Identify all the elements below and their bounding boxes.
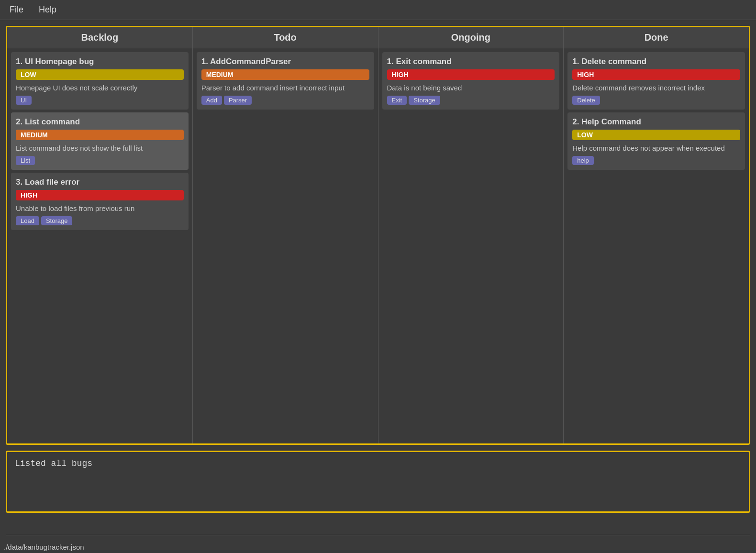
card-tags-ongoing-1: ExitStorage [387, 96, 555, 105]
card-ongoing-1[interactable]: 1. Exit commandHIGHData is not being sav… [382, 52, 560, 110]
command-input[interactable] [6, 520, 750, 533]
card-title-backlog-3: 3. Load file error [16, 177, 184, 187]
column-todo: Todo1. AddCommandParserMEDIUMParser to a… [193, 27, 378, 443]
column-done: Done1. Delete commandHIGHDelete command … [564, 27, 749, 443]
card-title-ongoing-1: 1. Exit command [387, 57, 555, 66]
priority-badge-done-1: HIGH [572, 69, 740, 80]
card-todo-1[interactable]: 1. AddCommandParserMEDIUMParser to add c… [197, 52, 374, 110]
tag-list: List [16, 156, 35, 165]
tag-add: Add [201, 96, 222, 105]
column-body-done: 1. Delete commandHIGHDelete command remo… [564, 48, 749, 443]
status-bar: ./data/kanbugtracker.json [0, 541, 756, 553]
card-tags-backlog-1: UI [16, 96, 184, 105]
card-title-todo-1: 1. AddCommandParser [201, 57, 369, 66]
column-header-todo: Todo [193, 27, 378, 48]
priority-badge-backlog-3: HIGH [16, 190, 184, 200]
menu-bar: FileHelp [0, 0, 756, 20]
card-done-1[interactable]: 1. Delete commandHIGHDelete command remo… [567, 52, 745, 110]
card-description-ongoing-1: Data is not being saved [387, 83, 555, 93]
tag-ui: UI [16, 96, 32, 105]
priority-badge-todo-1: MEDIUM [201, 69, 369, 80]
card-description-backlog-1: Homepage UI does not scale correctly [16, 83, 184, 93]
tag-help: help [572, 156, 594, 165]
column-backlog: Backlog1. UI Homepage bugLOWHomepage UI … [7, 27, 193, 443]
card-title-done-2: 2. Help Command [572, 117, 740, 127]
kanban-board: Backlog1. UI Homepage bugLOWHomepage UI … [6, 26, 750, 445]
card-title-backlog-2: 2. List command [16, 117, 184, 127]
card-tags-backlog-3: LoadStorage [16, 216, 184, 225]
card-description-backlog-3: Unable to load files from previous run [16, 203, 184, 213]
column-header-backlog: Backlog [7, 27, 192, 48]
card-title-done-1: 1. Delete command [572, 57, 740, 66]
tag-exit: Exit [387, 96, 407, 105]
column-body-todo: 1. AddCommandParserMEDIUMParser to add c… [193, 48, 378, 443]
input-area [6, 519, 750, 535]
main-content: Backlog1. UI Homepage bugLOWHomepage UI … [0, 20, 756, 541]
tag-storage: Storage [41, 216, 73, 225]
kanban-columns: Backlog1. UI Homepage bugLOWHomepage UI … [7, 27, 749, 443]
column-header-ongoing: Ongoing [378, 27, 564, 48]
priority-badge-backlog-2: MEDIUM [16, 130, 184, 140]
output-area: Listed all bugs [6, 451, 750, 513]
tag-storage: Storage [409, 96, 440, 105]
priority-badge-backlog-1: LOW [16, 69, 184, 80]
priority-badge-ongoing-1: HIGH [387, 69, 555, 80]
card-title-backlog-1: 1. UI Homepage bug [16, 57, 184, 66]
card-tags-done-2: help [572, 156, 740, 165]
column-body-ongoing: 1. Exit commandHIGHData is not being sav… [378, 48, 564, 443]
card-description-todo-1: Parser to add command insert incorrect i… [201, 83, 369, 93]
card-description-done-1: Delete command removes incorrect index [572, 83, 740, 93]
menu-item-file[interactable]: File [8, 4, 25, 16]
card-backlog-1[interactable]: 1. UI Homepage bugLOWHomepage UI does no… [11, 52, 189, 110]
card-backlog-2[interactable]: 2. List commandMEDIUMList command does n… [11, 112, 189, 170]
tag-parser: Parser [224, 96, 252, 105]
card-description-done-2: Help command does not appear when execut… [572, 143, 740, 153]
column-ongoing: Ongoing1. Exit commandHIGHData is not be… [378, 27, 564, 443]
card-done-2[interactable]: 2. Help CommandLOWHelp command does not … [567, 112, 745, 170]
tag-load: Load [16, 216, 39, 225]
column-header-done: Done [564, 27, 749, 48]
tag-delete: Delete [572, 96, 600, 105]
card-tags-todo-1: AddParser [201, 96, 369, 105]
menu-item-help[interactable]: Help [37, 4, 58, 16]
priority-badge-done-2: LOW [572, 130, 740, 140]
card-tags-backlog-2: List [16, 156, 184, 165]
column-body-backlog: 1. UI Homepage bugLOWHomepage UI does no… [7, 48, 192, 443]
card-description-backlog-2: List command does not show the full list [16, 143, 184, 153]
card-backlog-3[interactable]: 3. Load file errorHIGHUnable to load fil… [11, 173, 189, 230]
output-text: Listed all bugs [15, 459, 741, 468]
card-tags-done-1: Delete [572, 96, 740, 105]
